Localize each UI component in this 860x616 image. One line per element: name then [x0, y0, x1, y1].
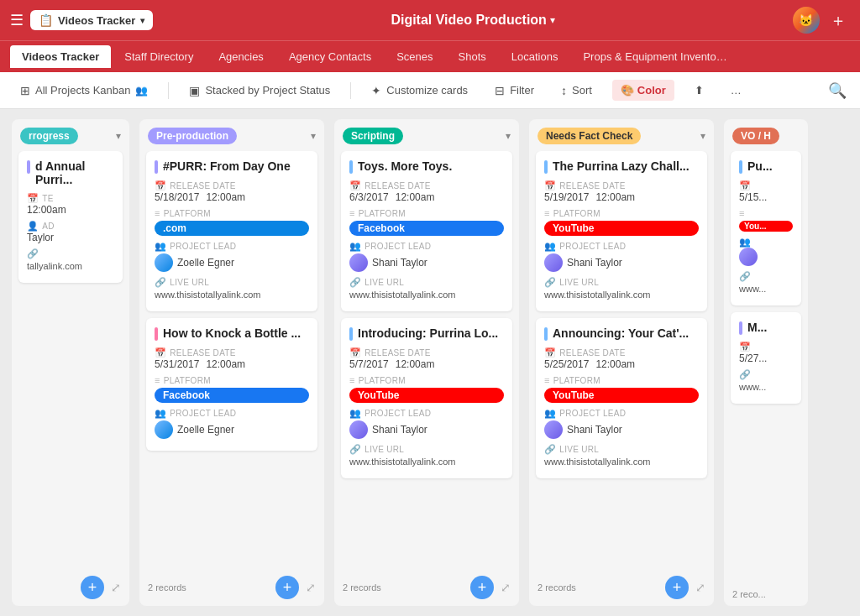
- all-projects-kanban-btn[interactable]: ⊞ All Projects Kanban 👥: [13, 81, 155, 101]
- status-badge-in-progress: rrogress: [20, 128, 78, 144]
- col-vo-h: VO / H Pu... 📅 5/15... ≡ You: [724, 119, 808, 606]
- lead-icon-lazy: 👥: [544, 241, 556, 252]
- card-color-bar-cat: [544, 327, 548, 341]
- col-arrow-needs-fact-check[interactable]: ▾: [700, 130, 705, 142]
- tab-videos-tracker[interactable]: Videos Tracker: [10, 45, 111, 68]
- tab-props[interactable]: Props & Equipment Invento…: [571, 45, 738, 68]
- toolbar: ⊞ All Projects Kanban 👥 ▣ Stacked by Pro…: [0, 72, 860, 109]
- add-card-btn-scripting[interactable]: +: [470, 576, 494, 599]
- color-button[interactable]: 🎨 Color: [612, 80, 674, 101]
- kanban-label: All Projects Kanban: [35, 84, 130, 97]
- platform-icon-purr: ≡: [155, 208, 160, 218]
- card-field-release-lazy: 📅 RELEASE DATE 5/19/2017 12:00am: [544, 180, 699, 203]
- card-field-release-m: 📅 5/27...: [739, 342, 793, 364]
- calendar-icon-m: 📅: [739, 342, 751, 352]
- card-lazy[interactable]: The Purrina Lazy Chall... 📅 RELEASE DATE…: [536, 151, 707, 311]
- customize-cards-btn[interactable]: ✦ Customize cards: [364, 81, 475, 101]
- platform-badge-toys: Facebook: [349, 221, 504, 236]
- card-color-bar-bottle: [155, 327, 158, 341]
- platform-badge-purr: .com: [155, 221, 309, 236]
- expand-btn-needs-fact-check[interactable]: ⤢: [695, 581, 705, 594]
- more-btn[interactable]: …: [724, 81, 748, 100]
- lead-icon-purrina: 👥: [349, 408, 361, 419]
- col-header-scripting: Scripting ▾: [334, 119, 519, 151]
- avatar-purrina: [349, 420, 368, 439]
- add-item-icon[interactable]: ＋: [826, 8, 850, 32]
- col-footer-actions-script: + ⤢: [470, 576, 511, 599]
- tab-shots[interactable]: Shots: [447, 45, 498, 68]
- card-field-url-toys: 🔗 LIVE URL www.thisistotallyalink.com: [349, 277, 504, 300]
- divider-2: [350, 82, 351, 99]
- card-field-platform-toys: ≡ PLATFORM Facebook: [349, 208, 504, 236]
- tab-scenes[interactable]: Scenes: [385, 45, 444, 68]
- avatar-toys: [349, 253, 368, 272]
- divider-1: [168, 82, 169, 99]
- col-footer-needs-fact-check: 2 records + ⤢: [529, 569, 714, 606]
- avatar[interactable]: 🐱: [793, 7, 820, 34]
- col-footer-pre-production: 2 records + ⤢: [139, 569, 324, 606]
- color-icon: 🎨: [621, 84, 634, 97]
- url-icon-purr: 🔗: [155, 277, 166, 288]
- card-toys[interactable]: Toys. More Toys. 📅 RELEASE DATE 6/3/2017…: [341, 151, 512, 311]
- card-field-platform-pu: ≡ You...: [739, 208, 793, 232]
- card-bottle[interactable]: How to Knock a Bottle ... 📅 RELEASE DATE…: [146, 318, 317, 451]
- stacked-by-status-btn[interactable]: ▣ Stacked by Project Status: [182, 81, 337, 101]
- col-scripting: Scripting ▾ Toys. More Toys. 📅 RELEASE D…: [334, 119, 519, 606]
- card-annual[interactable]: d Annual Purri... 📅 TE 12:00am 👤 AD: [18, 151, 123, 283]
- card-pu[interactable]: Pu... 📅 5/15... ≡ You... 👥: [731, 151, 801, 305]
- workspace-button[interactable]: 📋 Videos Tracker ▾: [30, 10, 153, 30]
- card-field-platform-purr: ≡ PLATFORM .com: [155, 208, 309, 236]
- lead-icon: 👤: [27, 221, 39, 232]
- add-card-btn-needs-fact-check[interactable]: +: [665, 576, 689, 599]
- platform-icon-lazy: ≡: [544, 208, 550, 218]
- hamburger-icon[interactable]: ☰: [10, 11, 24, 29]
- tab-staff-directory[interactable]: Staff Directory: [113, 45, 205, 68]
- card-color-bar-purr: [155, 160, 158, 174]
- card-field-release-purr: 📅 RELEASE DATE 5/18/2017 12:00am: [155, 180, 309, 203]
- tab-agency-contacts[interactable]: Agency Contacts: [277, 45, 383, 68]
- card-field-lead-lazy: 👥 PROJECT LEAD Shani Taylor: [544, 241, 699, 272]
- url-icon-toys: 🔗: [349, 277, 361, 288]
- card-title-annual: d Annual Purri...: [27, 159, 114, 186]
- card-color-bar-purrina: [349, 327, 353, 341]
- sort-icon: ↕: [561, 84, 567, 97]
- col-arrow-pre-production[interactable]: ▾: [311, 130, 316, 142]
- expand-btn-in-progress[interactable]: ⤢: [111, 581, 121, 594]
- calendar-icon-bottle: 📅: [155, 347, 166, 358]
- add-card-btn-pre-production[interactable]: +: [275, 576, 299, 599]
- calendar-icon: 📅: [27, 193, 39, 204]
- status-badge-needs-fact-check: Needs Fact Check: [538, 128, 641, 144]
- card-color-bar-lazy: [544, 160, 548, 174]
- col-footer-scripting: 2 records + ⤢: [334, 569, 519, 606]
- col-arrow-in-progress[interactable]: ▾: [116, 130, 121, 142]
- col-in-progress: rrogress ▾ d Annual Purri... 📅 TE 12:00a…: [12, 119, 129, 606]
- url-icon-pu: 🔗: [739, 271, 751, 282]
- card-cat[interactable]: Announcing: Your Cat'... 📅 RELEASE DATE …: [536, 318, 707, 478]
- card-m[interactable]: M... 📅 5/27... 🔗 www...: [731, 312, 801, 404]
- top-bar-left: ☰ 📋 Videos Tracker ▾: [10, 10, 153, 30]
- card-title-lazy: The Purrina Lazy Chall...: [544, 159, 699, 174]
- col-cards-in-progress: d Annual Purri... 📅 TE 12:00am 👤 AD: [12, 151, 129, 569]
- calendar-icon-lazy: 📅: [544, 180, 556, 191]
- col-arrow-scripting[interactable]: ▾: [506, 130, 511, 142]
- card-purr[interactable]: #PURR: From Day One 📅 RELEASE DATE 5/18/…: [146, 151, 317, 311]
- add-card-btn-in-progress[interactable]: +: [81, 576, 104, 599]
- filter-btn[interactable]: ⊟ Filter: [488, 81, 541, 101]
- col-cards-scripting: Toys. More Toys. 📅 RELEASE DATE 6/3/2017…: [334, 151, 519, 569]
- tab-locations[interactable]: Locations: [500, 45, 570, 68]
- expand-btn-pre-production[interactable]: ⤢: [306, 581, 316, 594]
- card-field-url-m: 🔗 www...: [739, 369, 793, 392]
- col-cards-pre-production: #PURR: From Day One 📅 RELEASE DATE 5/18/…: [139, 151, 324, 569]
- platform-badge-bottle: Facebook: [155, 388, 309, 403]
- expand-btn-scripting[interactable]: ⤢: [501, 581, 511, 594]
- lead-icon-bottle: 👥: [155, 408, 166, 419]
- lead-icon-pu: 👥: [739, 237, 751, 248]
- card-purrina[interactable]: Introducing: Purrina Lo... 📅 RELEASE DAT…: [341, 318, 512, 478]
- card-field-release-bottle: 📅 RELEASE DATE 5/31/2017 12:00am: [155, 347, 309, 370]
- sort-btn[interactable]: ↕ Sort: [554, 81, 599, 101]
- col-cards-vo-h: Pu... 📅 5/15... ≡ You... 👥: [724, 151, 808, 582]
- search-btn[interactable]: 🔍: [828, 81, 847, 100]
- tab-agencies[interactable]: Agencies: [207, 45, 275, 68]
- export-btn[interactable]: ⬆: [688, 81, 711, 100]
- card-color-bar: [27, 160, 30, 174]
